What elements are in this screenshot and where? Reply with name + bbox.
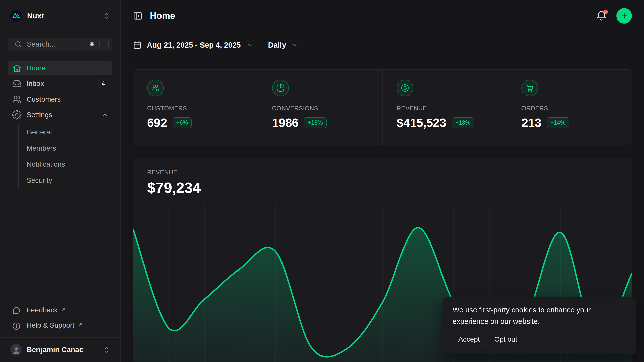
- stat-label: ORDERS: [521, 105, 618, 112]
- revenue-chart-header: REVENUE $79,234: [133, 158, 632, 196]
- date-range-label: Aug 21, 2025 - Sep 4, 2025: [147, 41, 241, 49]
- revenue-chart-label: REVENUE: [147, 169, 618, 176]
- users-icon: [12, 95, 22, 104]
- topbar: Home: [121, 0, 644, 32]
- nav-item-label: Settings: [27, 111, 52, 119]
- stat-value: 692: [147, 116, 167, 130]
- stat-delta-badge: +18%: [452, 117, 474, 128]
- notification-dot: [603, 10, 608, 14]
- nav-item-label: Inbox: [27, 80, 44, 88]
- chevron-up-icon: [101, 111, 108, 118]
- sidebar-link-feedback[interactable]: Feedback: [8, 305, 112, 317]
- cart-icon: [521, 80, 538, 96]
- stat-label: CONVERSIONS: [272, 105, 369, 112]
- external-link-icon: [61, 306, 66, 311]
- users-icon: [147, 80, 164, 96]
- date-range-picker[interactable]: Aug 21, 2025 - Sep 4, 2025: [133, 40, 253, 50]
- search-input[interactable]: Search... ⌘: [8, 38, 112, 51]
- collapse-sidebar-icon[interactable]: [133, 11, 143, 21]
- kbd-k: [99, 40, 109, 49]
- team-switcher[interactable]: Nuxt: [8, 0, 112, 32]
- notifications-button[interactable]: [596, 10, 607, 22]
- granularity-label: Daily: [268, 41, 286, 49]
- chevron-down-icon: [246, 41, 253, 49]
- sidebar: Nuxt Search... ⌘ HomeInbox4CustomersSett…: [0, 0, 121, 362]
- sidebar-subitem-general[interactable]: General: [27, 124, 112, 140]
- sidebar-item-customers[interactable]: Customers: [8, 92, 112, 107]
- inbox-icon: [12, 79, 22, 88]
- sidebar-item-inbox[interactable]: Inbox4: [8, 76, 112, 91]
- cookie-actions: Accept Opt out: [453, 333, 626, 346]
- optout-cookies-button[interactable]: Opt out: [494, 335, 517, 343]
- avatar: [10, 344, 22, 356]
- revenue-chart-value: $79,234: [147, 179, 618, 196]
- team-name: Nuxt: [27, 12, 98, 20]
- search-icon: [14, 40, 22, 48]
- kbd-meta: ⌘: [87, 40, 97, 49]
- add-button[interactable]: [616, 8, 632, 24]
- stat-delta-badge: +6%: [173, 117, 192, 128]
- sidebar-link-help-support[interactable]: Help & Support: [8, 320, 112, 332]
- stats-summary-card: CUSTOMERS 692 +6% CONVERSIONS 1986 +13% …: [133, 69, 632, 145]
- chevron-up-down-icon: [103, 346, 110, 354]
- topbar-actions: [596, 8, 632, 24]
- nav-item-label: Home: [27, 64, 46, 72]
- stat-card-customers[interactable]: CUSTOMERS 692 +6%: [133, 70, 258, 145]
- stat-delta-badge: +14%: [547, 117, 569, 128]
- stat-label: REVENUE: [397, 105, 493, 112]
- user-name: Benjamin Canac: [27, 346, 98, 354]
- stat-card-conversions[interactable]: CONVERSIONS 1986 +13%: [258, 70, 383, 145]
- info-circle-icon: [12, 322, 21, 330]
- sidebar-subitem-security[interactable]: Security: [27, 172, 112, 189]
- search-placeholder: Search...: [27, 40, 82, 48]
- sidebar-footer-links: FeedbackHelp & Support: [8, 305, 112, 337]
- accept-cookies-button[interactable]: Accept: [453, 333, 486, 346]
- nav-item-label: Customers: [27, 95, 61, 103]
- stat-card-orders[interactable]: ORDERS 213 +14%: [507, 70, 632, 145]
- sidebar-spacer: [8, 190, 112, 305]
- page-title: Home: [150, 11, 175, 21]
- sidebar-subitem-members[interactable]: Members: [27, 140, 112, 156]
- stat-value: $415,523: [397, 116, 446, 130]
- chart-pie-icon: [272, 80, 289, 96]
- sidebar-nav: HomeInbox4CustomersSettingsGeneralMember…: [8, 61, 112, 190]
- chat-bubble-icon: [12, 307, 21, 315]
- chevron-up-down-icon: [103, 12, 110, 20]
- settings-subnav: GeneralMembersNotificationsSecurity: [18, 124, 112, 189]
- granularity-select[interactable]: Daily: [268, 41, 298, 49]
- stat-value: 1986: [272, 116, 299, 130]
- sidebar-item-settings[interactable]: Settings: [8, 108, 112, 122]
- filter-toolbar: Aug 21, 2025 - Sep 4, 2025 Daily: [121, 32, 644, 58]
- cookie-message: We use first-party cookies to enhance yo…: [453, 304, 626, 327]
- circle-dollar-icon: [397, 80, 413, 96]
- stat-card-revenue[interactable]: REVENUE $415,523 +18%: [382, 70, 507, 145]
- stat-label: CUSTOMERS: [147, 105, 244, 112]
- footer-link-label: Help & Support: [27, 321, 74, 329]
- footer-link-label: Feedback: [27, 306, 58, 314]
- stat-value: 213: [521, 116, 541, 130]
- nuxt-logo: [10, 10, 22, 22]
- chevron-down-icon: [291, 41, 298, 49]
- home-icon: [12, 63, 22, 73]
- sidebar-item-home[interactable]: Home: [8, 61, 112, 75]
- cookie-banner: We use first-party cookies to enhance yo…: [442, 297, 636, 354]
- gear-icon: [12, 110, 22, 120]
- unread-count-badge: 4: [98, 79, 108, 88]
- calendar-icon: [133, 40, 142, 50]
- external-link-icon: [78, 321, 83, 326]
- stat-delta-badge: +13%: [304, 117, 326, 128]
- sidebar-subitem-notifications[interactable]: Notifications: [27, 156, 112, 172]
- user-menu[interactable]: Benjamin Canac: [8, 338, 112, 362]
